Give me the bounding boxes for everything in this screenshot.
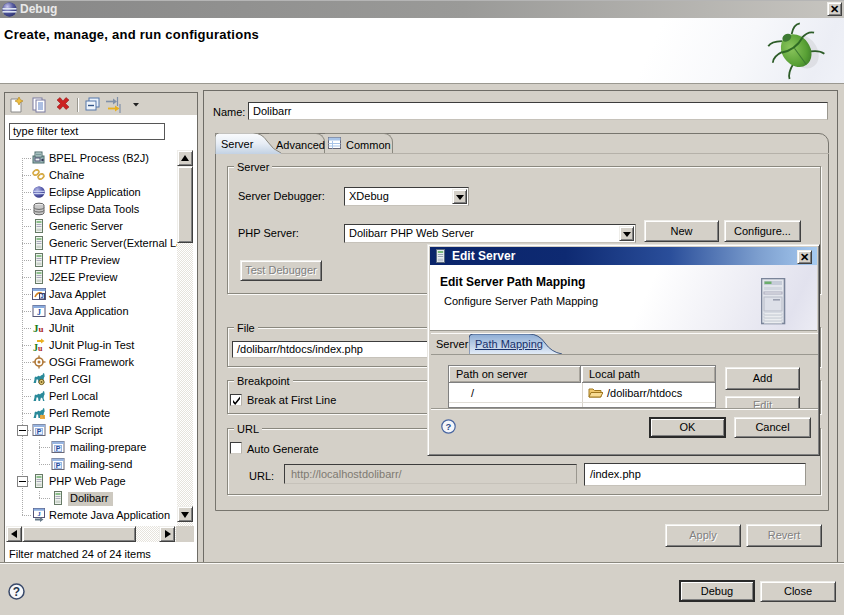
svg-text:?: ? <box>446 421 452 432</box>
svg-text:?: ? <box>13 585 20 599</box>
